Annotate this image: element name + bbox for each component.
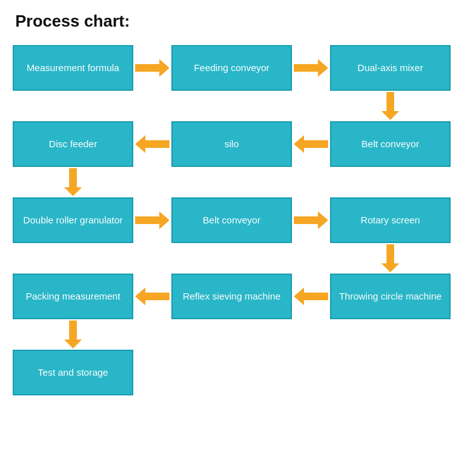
arrow-right-3 [133,211,171,229]
arrow-right-1 [133,59,171,77]
box-belt-conveyor-2: Belt conveyor [171,197,292,243]
arrow-left-2 [292,135,330,153]
box-disc-feeder: Disc feeder [13,121,133,167]
row-5: Test and storage [13,350,463,395]
svg-marker-9 [135,288,169,305]
vrow-3 [13,243,463,274]
vrow-4 [13,319,463,350]
row-2: Disc feeder silo Belt conveyor [13,121,463,167]
vrow-1 [13,91,463,121]
box-silo: silo [171,121,292,167]
svg-marker-6 [135,211,169,229]
row-4: Packing measurement Reflex sieving machi… [13,274,463,319]
box-belt-conveyor-1: Belt conveyor [330,121,451,167]
vrow-2 [13,167,463,197]
arrow-right-2 [292,59,330,77]
box-throwing-circle: Throwing circle machine [330,274,451,319]
arrow-left-3 [133,288,171,305]
svg-marker-0 [135,59,169,77]
svg-marker-1 [294,59,328,77]
row-1: Measurement formula Feeding conveyor Dua… [13,45,463,91]
svg-marker-5 [64,168,82,196]
box-rotary-screen: Rotary screen [330,197,451,243]
arrow-left-4 [292,288,330,305]
box-feeding-conveyor: Feeding conveyor [171,45,292,91]
box-reflex-sieving: Reflex sieving machine [171,274,292,319]
page: Process chart: Measurement formula Feedi… [0,0,476,476]
box-double-roller: Double roller granulator [13,197,133,243]
box-packing-measurement: Packing measurement [13,274,133,319]
svg-marker-8 [381,244,399,272]
page-title: Process chart: [15,11,463,31]
row-3: Double roller granulator Belt conveyor R… [13,197,463,243]
svg-marker-2 [381,92,399,120]
svg-marker-11 [64,321,82,348]
arrow-left-1 [133,135,171,153]
svg-marker-4 [294,135,328,153]
svg-marker-7 [294,211,328,229]
arrow-right-4 [292,211,330,229]
svg-marker-3 [135,135,169,153]
svg-marker-10 [294,288,328,305]
flowchart: Measurement formula Feeding conveyor Dua… [13,45,463,395]
box-dual-axis-mixer: Dual-axis mixer [330,45,451,91]
box-measurement-formula: Measurement formula [13,45,133,91]
box-test-storage: Test and storage [13,350,133,395]
